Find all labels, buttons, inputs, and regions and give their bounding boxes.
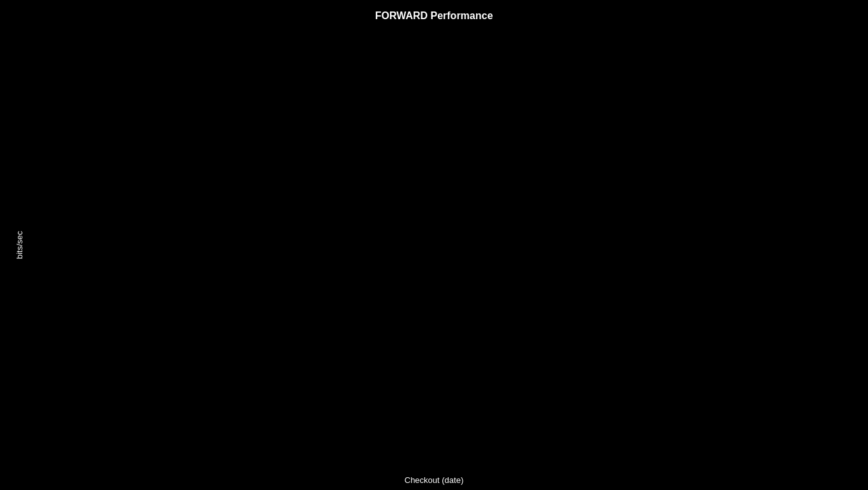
chart-container: FORWARD Performance bits/sec Checkout (d…	[0, 0, 868, 490]
chart-svg: 4.5x10⁹ 4x10⁹ 3.5x10⁹ 3x10⁹ 2.5x10⁹ 2x10…	[38, 38, 855, 439]
svg-rect-0	[38, 38, 855, 439]
y-axis-label: bits/sec	[15, 231, 24, 259]
x-axis-label: Checkout (date)	[405, 475, 464, 485]
chart-title: FORWARD Performance	[375, 10, 493, 22]
chart-area: 4.5x10⁹ 4x10⁹ 3.5x10⁹ 3x10⁹ 2.5x10⁹ 2x10…	[38, 38, 855, 439]
